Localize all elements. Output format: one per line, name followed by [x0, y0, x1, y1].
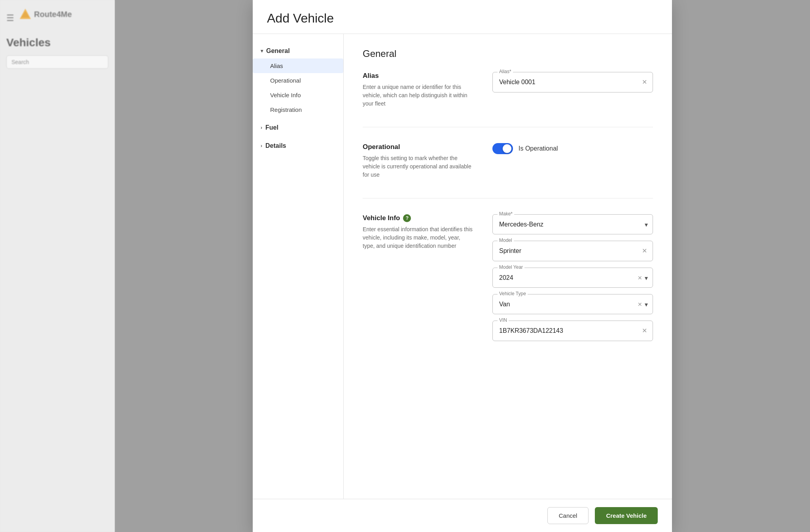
modal-header: Add Vehicle [253, 0, 672, 34]
nav-section-general-label: General [266, 47, 290, 55]
chevron-down-icon: ▾ [261, 48, 263, 54]
alias-description: Enter a unique name or identifier for th… [363, 83, 473, 108]
toggle-label: Is Operational [519, 145, 558, 152]
make-chevron-icon[interactable]: ▾ [645, 221, 648, 228]
help-icon[interactable]: ? [403, 214, 411, 222]
toggle-row: Is Operational [492, 143, 653, 154]
hamburger-icon[interactable]: ☰ [6, 13, 14, 23]
model-year-field-label: Model Year [498, 264, 524, 270]
vehicle-type-chevron-icon[interactable]: ▾ [645, 300, 648, 308]
nav-section-fuel-header[interactable]: › Fuel [253, 120, 343, 135]
model-field-label: Model [498, 238, 514, 243]
operational-section-right: Is Operational [492, 143, 653, 154]
alias-clear-icon[interactable]: ✕ [642, 79, 647, 85]
make-field-label: Make* [498, 211, 514, 217]
vehicle-type-field-label: Vehicle Type [498, 291, 528, 296]
right-content: General Alias Enter a unique name or ide… [344, 34, 672, 499]
alias-field[interactable] [493, 72, 653, 92]
sidebar-title: Vehicles [6, 36, 108, 49]
vin-field[interactable] [493, 321, 653, 341]
vehicle-type-field[interactable]: Van [493, 294, 653, 314]
modal-footer: Cancel Create Vehicle [253, 499, 672, 532]
vehicle-info-section: Vehicle Info ? Enter essential informati… [363, 214, 653, 341]
nav-section-details: › Details [253, 138, 343, 153]
operational-toggle[interactable] [492, 143, 513, 154]
alias-label: Alias [363, 72, 473, 80]
alias-section-right: Alias* ✕ [492, 72, 653, 92]
alias-field-label: Alias* [498, 69, 513, 74]
vin-field-label: VIN [498, 317, 509, 323]
vehicle-info-section-left: Vehicle Info ? Enter essential informati… [363, 214, 473, 250]
left-nav: ▾ General Alias Operational Vehicle Info… [253, 34, 344, 499]
toggle-thumb [503, 144, 511, 153]
vehicle-type-select-wrapper: Vehicle Type Van ✕ ▾ [492, 294, 653, 314]
divider-1 [363, 127, 653, 127]
nav-item-registration[interactable]: Registration [253, 102, 343, 117]
modal: Add Vehicle ▾ General Alias Operational … [253, 0, 672, 532]
search-input[interactable] [6, 55, 108, 69]
nav-section-details-header[interactable]: › Details [253, 138, 343, 153]
chevron-right-icon-2: › [261, 143, 262, 149]
nav-section-fuel-label: Fuel [265, 124, 278, 131]
vehicle-info-description: Enter essential information that identif… [363, 225, 473, 250]
modal-body: ▾ General Alias Operational Vehicle Info… [253, 34, 672, 499]
operational-section-left: Operational Toggle this setting to mark … [363, 143, 473, 179]
create-vehicle-button[interactable]: Create Vehicle [595, 507, 658, 524]
vehicle-type-select-icons: ✕ ▾ [638, 300, 648, 308]
vehicle-info-section-right: Make* Mercedes-Benz ▾ Model [492, 214, 653, 341]
vehicle-type-clear-icon[interactable]: ✕ [638, 301, 642, 308]
operational-description: Toggle this setting to mark whether the … [363, 154, 473, 179]
model-year-select-wrapper: Model Year 2024 ✕ ▾ [492, 268, 653, 288]
alias-section: Alias Enter a unique name or identifier … [363, 72, 653, 108]
model-year-clear-icon[interactable]: ✕ [638, 275, 642, 281]
logo-icon [19, 8, 32, 21]
model-year-field[interactable]: 2024 [493, 268, 653, 287]
chevron-right-icon: › [261, 125, 262, 130]
operational-label: Operational [363, 143, 473, 151]
nav-section-fuel: › Fuel [253, 120, 343, 135]
cancel-button[interactable]: Cancel [547, 507, 589, 524]
nav-item-operational[interactable]: Operational [253, 73, 343, 88]
nav-item-vehicle-info[interactable]: Vehicle Info [253, 88, 343, 102]
vin-input-wrapper: VIN ✕ [492, 321, 653, 341]
nav-section-general-header[interactable]: ▾ General [253, 43, 343, 58]
divider-2 [363, 198, 653, 198]
alias-input-wrapper: Alias* ✕ [492, 72, 653, 92]
vin-clear-icon[interactable]: ✕ [642, 328, 647, 334]
modal-title: Add Vehicle [267, 11, 658, 26]
vehicle-info-label: Vehicle Info ? [363, 214, 473, 222]
logo-text: Route4Me [34, 10, 72, 19]
nav-section-details-label: Details [265, 142, 286, 149]
make-field[interactable]: Mercedes-Benz [493, 215, 653, 234]
model-year-select-icons: ✕ ▾ [638, 274, 648, 281]
model-input-wrapper: Model ✕ [492, 241, 653, 261]
modal-overlay: Add Vehicle ▾ General Alias Operational … [115, 0, 810, 532]
nav-section-general: ▾ General Alias Operational Vehicle Info… [253, 43, 343, 117]
make-select-wrapper: Make* Mercedes-Benz ▾ [492, 214, 653, 234]
nav-item-alias[interactable]: Alias [253, 58, 343, 73]
section-title: General [363, 48, 653, 59]
operational-section: Operational Toggle this setting to mark … [363, 143, 653, 179]
make-select-icons: ▾ [645, 221, 648, 228]
nav-sub-items-general: Alias Operational Vehicle Info Registrat… [253, 58, 343, 117]
alias-section-left: Alias Enter a unique name or identifier … [363, 72, 473, 108]
model-clear-icon[interactable]: ✕ [642, 248, 647, 254]
model-year-chevron-icon[interactable]: ▾ [645, 274, 648, 281]
model-field[interactable] [493, 241, 653, 261]
